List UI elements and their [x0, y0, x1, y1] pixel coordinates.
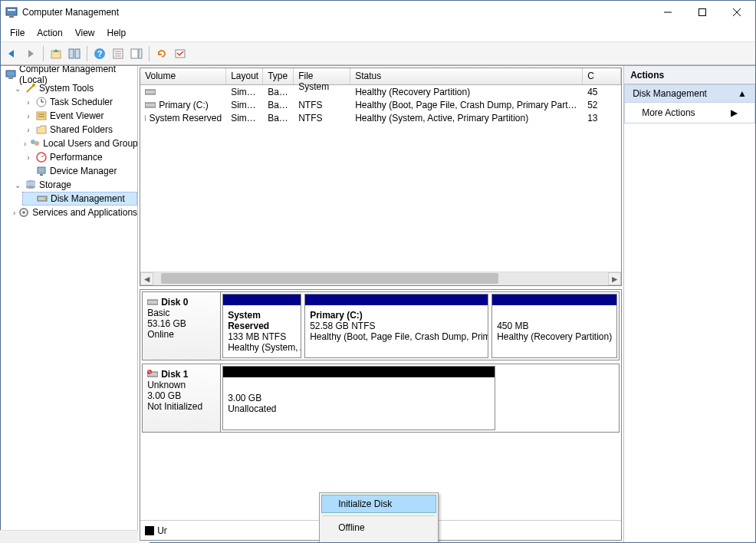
back-button[interactable]: [4, 45, 21, 62]
context-menu-offline[interactable]: Offline: [321, 518, 436, 537]
col-c[interactable]: C: [583, 68, 621, 84]
expand-icon[interactable]: ›: [24, 140, 26, 148]
svg-rect-9: [75, 49, 80, 58]
svg-line-31: [41, 155, 44, 157]
expand-icon[interactable]: ⌄: [13, 181, 22, 189]
properties-button[interactable]: [110, 45, 127, 62]
menu-view[interactable]: View: [69, 25, 101, 41]
volume-hscroll[interactable]: ◄ ►: [140, 272, 621, 285]
settings-button[interactable]: [172, 45, 189, 62]
volume-table-header: Volume Layout Type File System Status C: [140, 68, 621, 85]
col-volume[interactable]: Volume: [140, 68, 226, 84]
expand-icon[interactable]: ⌄: [13, 84, 22, 93]
expand-icon[interactable]: ›: [24, 126, 33, 134]
expand-icon[interactable]: ›: [24, 153, 33, 162]
svg-rect-42: [145, 103, 156, 107]
disk-warning-icon: [147, 370, 158, 379]
up-button[interactable]: [48, 45, 64, 62]
svg-point-38: [44, 198, 46, 199]
tree-scrollbar[interactable]: [1, 530, 138, 542]
menu-file[interactable]: File: [4, 25, 31, 41]
device-icon: [35, 165, 48, 177]
tree-performance[interactable]: ›Performance: [22, 150, 137, 164]
menu-action[interactable]: Action: [31, 25, 68, 41]
legend-unallocated-swatch: [145, 526, 154, 535]
volume-row[interactable]: System Reserved Simple Basic NTFS Health…: [140, 111, 621, 124]
tree-device-manager[interactable]: Device Manager: [22, 164, 137, 178]
storage-icon: [25, 179, 37, 191]
volume-row[interactable]: Primary (C:) Simple Basic NTFS Healthy (…: [140, 98, 621, 111]
col-layout[interactable]: Layout: [226, 68, 263, 84]
tree-task-scheduler[interactable]: ›Task Scheduler: [22, 95, 137, 109]
svg-rect-2: [9, 16, 14, 18]
partition-recovery[interactable]: 450 MBHealthy (Recovery Partition): [491, 294, 617, 358]
actions-header: Actions: [624, 66, 755, 84]
actions-group-disk-management[interactable]: Disk Management ▲: [625, 85, 754, 103]
services-icon: [18, 206, 30, 219]
scroll-left-icon[interactable]: ◄: [140, 272, 153, 285]
svg-point-29: [35, 141, 39, 146]
action-pane-button[interactable]: [128, 45, 145, 62]
partition-primary-c[interactable]: Primary (C:)52.58 GB NTFSHealthy (Boot, …: [304, 294, 488, 358]
svg-text:?: ?: [97, 49, 103, 58]
minimize-button[interactable]: [650, 2, 685, 24]
partition-unallocated[interactable]: 3.00 GBUnallocated: [222, 366, 495, 430]
actions-pane: Actions Disk Management ▲ More Actions ▶: [624, 66, 755, 542]
context-menu-detach-vhd[interactable]: Detach VHD: [321, 537, 436, 542]
svg-rect-32: [38, 167, 45, 173]
clock-icon: [35, 96, 48, 108]
actions-more-actions[interactable]: More Actions ▶: [625, 103, 754, 123]
svg-rect-44: [147, 300, 158, 304]
svg-rect-41: [145, 90, 156, 94]
context-menu: Initialize Disk Offline Detach VHD Prope…: [319, 492, 439, 542]
tree-shared-folders[interactable]: ›Shared Folders: [22, 123, 137, 137]
show-hide-console-button[interactable]: [66, 45, 83, 62]
svg-rect-33: [40, 174, 43, 176]
users-icon: [28, 137, 41, 150]
volume-icon: [145, 114, 146, 122]
disk-0-info[interactable]: Disk 0 Basic 53.16 GB Online: [143, 292, 221, 360]
menu-help[interactable]: Help: [101, 25, 133, 41]
perf-icon: [35, 151, 48, 163]
volume-icon: [145, 101, 156, 109]
legend-unallocated-label: Unallocated: [157, 525, 167, 536]
menu-bar: File Action View Help: [1, 24, 755, 42]
tree-root[interactable]: Computer Management (Local): [1, 67, 137, 81]
svg-point-36: [26, 186, 35, 189]
context-menu-initialize-disk[interactable]: Initialize Disk: [321, 495, 436, 513]
disk-icon: [147, 298, 158, 306]
expand-icon[interactable]: ›: [24, 112, 33, 120]
refresh-button[interactable]: [153, 45, 170, 62]
col-status[interactable]: Status: [350, 68, 583, 84]
tree-local-users[interactable]: ›Local Users and Groups: [22, 137, 137, 150]
folder-icon: [35, 123, 48, 136]
title-bar: Computer Management: [1, 1, 755, 24]
window-title: Computer Management: [22, 7, 650, 18]
svg-rect-4: [698, 9, 705, 16]
disk-1-info[interactable]: Disk 1 Unknown 3.00 GB Not Initialized: [143, 364, 221, 432]
tree-services[interactable]: › Services and Applications: [12, 206, 137, 219]
event-icon: [35, 110, 48, 122]
partition-system-reserved[interactable]: System Reserved133 MB NTFSHealthy (Syste…: [222, 294, 301, 358]
svg-rect-16: [131, 49, 138, 58]
col-fs[interactable]: File System: [294, 68, 350, 84]
svg-point-40: [22, 211, 25, 214]
expand-icon[interactable]: ›: [13, 209, 15, 217]
maximize-button[interactable]: [685, 2, 719, 24]
volume-row[interactable]: Simple Basic Healthy (Recovery Partition…: [140, 85, 621, 98]
svg-rect-17: [139, 49, 142, 58]
volume-icon: [145, 88, 156, 96]
expand-icon[interactable]: ›: [24, 98, 33, 107]
tree-system-tools-label: System Tools: [39, 83, 94, 94]
disk-row-0: Disk 0 Basic 53.16 GB Online System Rese…: [142, 291, 620, 360]
tree-event-viewer[interactable]: ›Event Viewer: [22, 109, 137, 123]
disk-icon: [36, 193, 48, 205]
tree-disk-management[interactable]: Disk Management: [22, 192, 137, 206]
scroll-thumb[interactable]: [161, 273, 498, 284]
tree-storage[interactable]: ⌄ Storage: [12, 178, 137, 192]
forward-button[interactable]: [22, 45, 39, 62]
help-button[interactable]: ?: [91, 45, 108, 62]
col-type[interactable]: Type: [263, 68, 294, 84]
close-button[interactable]: [719, 2, 754, 24]
scroll-right-icon[interactable]: ►: [608, 272, 621, 285]
